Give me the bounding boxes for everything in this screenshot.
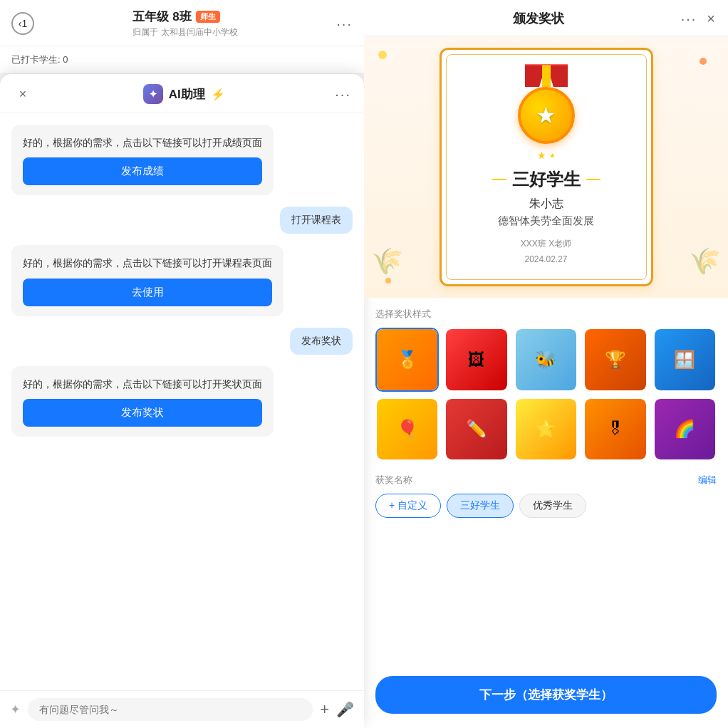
style-item-5[interactable]: 🪟: [653, 328, 717, 391]
award-description: 德智体美劳全面发展: [459, 214, 634, 228]
style-item-9[interactable]: 🎖: [583, 397, 647, 461]
style-grid: 🏅 🖼 🐝 🏆 🪟 🎈 ✏️ ⭐ �: [375, 328, 717, 461]
award-header-right: ··· ×: [681, 11, 715, 27]
publish-award-button[interactable]: 发布奖状: [23, 399, 262, 427]
bg-deco-2: [700, 58, 707, 65]
class-info: 五年级 8班 师生 归属于 太和县闫庙中小学校: [132, 9, 237, 38]
publish-grades-button[interactable]: 发布成绩: [23, 157, 262, 185]
sparkle-icon: ✦: [10, 702, 21, 717]
next-button-wrap: 下一步（选择获奖学生）: [364, 667, 728, 728]
style-item-3[interactable]: 🐝: [514, 328, 578, 391]
user-message-2: 发布奖状: [290, 328, 353, 355]
wheat-left-decoration: 🌾: [371, 246, 403, 276]
class-school: 归属于 太和县闫庙中小学校: [132, 26, 237, 38]
back-count: 1: [21, 18, 27, 29]
open-schedule-button[interactable]: 去使用: [23, 279, 272, 306]
award-name-chips: + 自定义 三好学生 优秀学生: [375, 494, 717, 518]
ai-title-wrap: ✦ AI助理 ⚡: [143, 84, 225, 104]
right-panel: 颁发奖状 ··· × 🌾 🌾: [364, 0, 728, 728]
award-name-section: 获奖名称 编辑 + 自定义 三好学生 优秀学生: [364, 468, 728, 525]
small-stars: ★ ★: [459, 150, 634, 161]
style-section: 选择奖状样式 🏅 🖼 🐝 🏆 🪟 🎈 ✏️: [364, 298, 728, 468]
medal: ★: [518, 64, 575, 144]
award-class-teacher: XXX班 X老师: [459, 236, 634, 252]
style-thumb-7: ✏️: [446, 399, 506, 459]
chip-youxiu[interactable]: 优秀学生: [519, 494, 586, 518]
back-button[interactable]: ‹ 1: [11, 12, 34, 35]
star-left: ★: [537, 150, 546, 161]
style-item-7[interactable]: ✏️: [444, 397, 508, 461]
bg-deco-1: [378, 51, 387, 59]
style-item-2[interactable]: 🖼: [444, 328, 508, 391]
medal-ribbon: [525, 64, 568, 87]
bot-message-2: 好的，根据你的需求，点击以下链接可以打开课程表页面 去使用: [11, 245, 284, 316]
award-card-title: 三好学生: [459, 168, 634, 191]
edit-button[interactable]: 编辑: [698, 474, 717, 487]
bg-deco-3: [385, 278, 391, 284]
ribbon-svg: [525, 64, 568, 87]
style-label: 选择奖状样式: [375, 308, 717, 321]
ai-overlay: × ✦ AI助理 ⚡ ··· 好的，根据你的需求，点击以下链接可以打开成绩页面 …: [0, 74, 364, 728]
award-card-area: 🌾 🌾 ★ ★ ★: [364, 36, 728, 298]
style-item-6[interactable]: 🎈: [375, 397, 439, 461]
ai-input-bar: ✦ + 🎤: [0, 690, 364, 728]
style-thumb-4: 🏆: [585, 329, 645, 390]
award-more-button[interactable]: ···: [681, 11, 697, 27]
medal-star-icon: ★: [536, 102, 556, 129]
class-title: 五年级 8班 师生: [132, 9, 237, 25]
mic-icon[interactable]: 🎤: [336, 701, 354, 718]
class-header: ‹ 1 五年级 8班 师生 归属于 太和县闫庙中小学校 ···: [0, 0, 364, 46]
class-more-button[interactable]: ···: [336, 16, 353, 32]
star-left-small: ★: [549, 152, 556, 160]
ai-messages: 好的，根据你的需求，点击以下链接可以打开成绩页面 发布成绩 打开课程表 好的，根…: [0, 113, 364, 690]
ai-header: × ✦ AI助理 ⚡ ···: [0, 74, 364, 113]
award-header: 颁发奖状 ··· ×: [364, 0, 728, 36]
class-header-left: ‹ 1: [11, 12, 34, 35]
bot-message-3: 好的，根据你的需求，点击以下链接可以打开奖状页面 发布奖状: [11, 366, 274, 437]
bg-content: 已打卡学生: 0: [0, 46, 364, 74]
award-name-label: 获奖名称: [375, 474, 412, 487]
ai-title: AI助理: [169, 86, 205, 103]
style-item-4[interactable]: 🏆: [583, 328, 647, 391]
style-thumb-9: 🎖: [585, 399, 645, 459]
style-thumb-8: ⭐: [516, 399, 576, 459]
ai-close-button[interactable]: ×: [13, 84, 33, 104]
style-thumb-6: 🎈: [377, 399, 437, 459]
style-item-8[interactable]: ⭐: [514, 397, 578, 461]
style-thumb-3: 🐝: [516, 329, 576, 390]
award-student-name: 朱小志: [459, 197, 634, 212]
style-thumb-2: 🖼: [446, 329, 506, 390]
flex-spacer: [364, 525, 728, 667]
award-date: 2024.02.27: [459, 252, 634, 268]
award-close-button[interactable]: ×: [707, 11, 715, 27]
wheat-right-decoration: 🌾: [689, 246, 721, 276]
award-info: XXX班 X老师 2024.02.27: [459, 236, 634, 267]
svg-rect-2: [542, 64, 551, 87]
style-item-1[interactable]: 🏅: [375, 328, 439, 391]
next-step-button[interactable]: 下一步（选择获奖学生）: [375, 676, 717, 714]
chip-sanhao[interactable]: 三好学生: [447, 494, 514, 518]
ai-icon: ✦: [143, 84, 163, 104]
ai-search-input[interactable]: [28, 698, 313, 721]
ai-lightning: ⚡: [211, 88, 225, 101]
award-name-header: 获奖名称 编辑: [375, 474, 717, 487]
ai-more-button[interactable]: ···: [335, 86, 351, 103]
bot-text-2: 好的，根据你的需求，点击以下链接可以打开课程表页面: [23, 255, 272, 271]
medal-circle: ★: [518, 87, 575, 144]
style-thumb-1: 🏅: [377, 329, 437, 390]
left-panel: ‹ 1 五年级 8班 师生 归属于 太和县闫庙中小学校 ··· 已打卡学生: 0…: [0, 0, 364, 728]
style-thumb-5: 🪟: [655, 329, 715, 390]
user-message-1: 打开课程表: [280, 207, 353, 234]
add-custom-chip[interactable]: + 自定义: [375, 494, 441, 518]
award-title: 颁发奖状: [513, 10, 564, 27]
checkin-info: 已打卡学生: 0: [11, 53, 353, 66]
style-item-10[interactable]: 🌈: [653, 397, 717, 461]
add-icon[interactable]: +: [320, 700, 329, 719]
style-thumb-10: 🌈: [655, 399, 715, 459]
award-card: ★ ★ ★ 三好学生 朱小志 德智体美劳全面发展 XXX班 X老师 2024.0…: [440, 48, 653, 286]
close-icon: ×: [19, 87, 27, 102]
bot-message-1: 好的，根据你的需求，点击以下链接可以打开成绩页面 发布成绩: [11, 125, 274, 195]
bot-text-1: 好的，根据你的需求，点击以下链接可以打开成绩页面: [23, 135, 262, 150]
teacher-badge: 师生: [196, 11, 220, 23]
lightning-icon: ✦: [149, 88, 157, 100]
